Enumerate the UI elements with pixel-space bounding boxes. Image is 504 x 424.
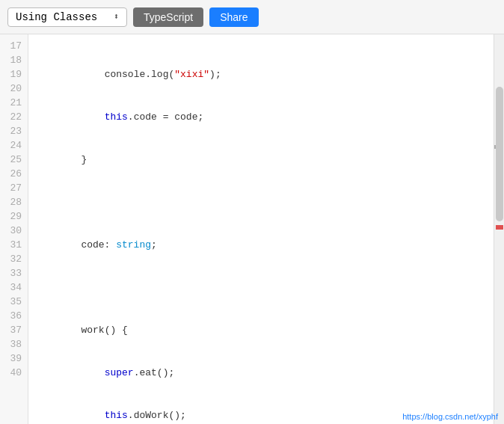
line-num: 29 (0, 209, 28, 224)
dropdown-label: Using Classes (16, 11, 97, 23)
line-num: 17 (0, 39, 28, 53)
line-num: 21 (0, 96, 28, 110)
line-num: 33 (0, 266, 28, 280)
line-num: 25 (0, 153, 28, 167)
scrollbar-thumb[interactable] (496, 87, 503, 221)
code-line-24: super.eat(); (34, 366, 488, 380)
line-num: 24 (0, 138, 28, 153)
line-num: 30 (0, 224, 28, 238)
line-num: 20 (0, 82, 28, 96)
line-num: 28 (0, 195, 28, 209)
line-num: 32 (0, 252, 28, 266)
line-numbers: 17 18 19 20 21 22 23 24 25 26 27 28 29 3… (0, 34, 28, 424)
scrollbar[interactable] (494, 34, 504, 424)
typescript-button[interactable]: TypeScript (133, 7, 203, 27)
code-line-20 (34, 195, 488, 209)
line-num: 37 (0, 323, 28, 337)
line-num: 27 (0, 181, 28, 195)
lesson-dropdown[interactable]: Using Classes ⬍ (7, 7, 127, 27)
code-line-23: work() { (34, 323, 488, 337)
line-num: 18 (0, 53, 28, 67)
scrollbar-marker-error (496, 225, 503, 230)
code-line-17: console.log("xixi"); (34, 67, 488, 82)
code-line-21: code: string; (34, 238, 488, 252)
line-num: 26 (0, 167, 28, 181)
chevron-down-icon: ⬍ (114, 11, 119, 22)
line-num: 31 (0, 238, 28, 252)
code-editor: 17 18 19 20 21 22 23 24 25 26 27 28 29 3… (0, 34, 504, 424)
code-line-18: this.code = code; (34, 110, 488, 124)
line-num: 36 (0, 309, 28, 323)
line-num: 34 (0, 280, 28, 295)
line-num: 19 (0, 67, 28, 82)
line-num: 35 (0, 295, 28, 309)
line-num: 23 (0, 124, 28, 138)
code-line-19: } (34, 153, 488, 167)
watermark: https://blog.csdn.net/xyphf (402, 412, 498, 421)
code-line-22 (34, 280, 488, 295)
toolbar: Using Classes ⬍ TypeScript Share (0, 0, 504, 34)
line-num: 40 (0, 366, 28, 380)
line-num: 39 (0, 351, 28, 366)
line-num: 38 (0, 337, 28, 351)
line-num: 22 (0, 110, 28, 124)
code-lines[interactable]: console.log("xixi"); this.code = code; }… (28, 34, 494, 424)
share-button[interactable]: Share (209, 7, 258, 27)
